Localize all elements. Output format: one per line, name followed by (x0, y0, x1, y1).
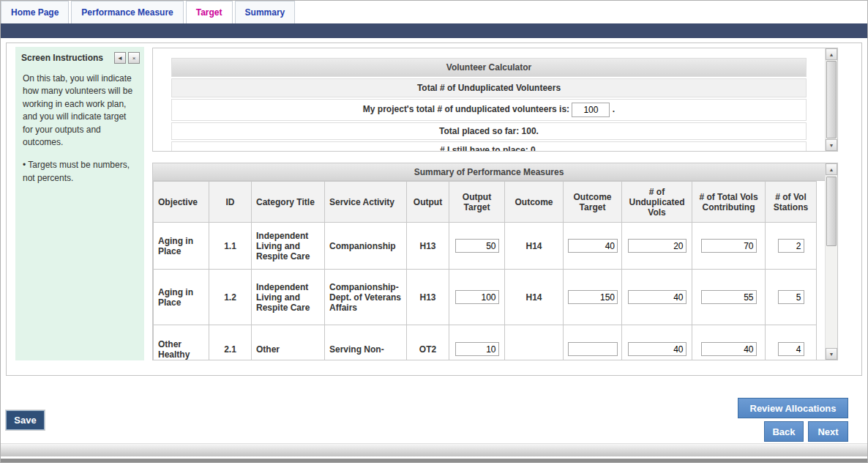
cell-unduplicated-vols (622, 325, 692, 360)
cell-total-vols (692, 325, 766, 360)
performance-measures-title: Summary of Performance Measures (153, 163, 825, 181)
col-total-vols-contributing: # of Total Vols Contributing (692, 182, 766, 223)
save-button[interactable]: Save (6, 410, 45, 430)
cell-output-target (449, 325, 505, 360)
cell-output: H13 (407, 223, 449, 270)
review-allocations-button[interactable]: Review Allocations (738, 398, 848, 418)
scroll-down-icon[interactable]: ▼ (826, 139, 837, 151)
cell-category: Independent Living and Respite Care (252, 270, 325, 325)
calculator-subtitle: Total # of Unduplicated Volunteers (171, 78, 807, 97)
col-outcome: Outcome (505, 182, 564, 223)
col-vol-stations: # of Vol Stations (766, 182, 817, 223)
nav-bar (1, 23, 867, 38)
cell-id: 1.2 (209, 270, 252, 325)
tab-home-page[interactable]: Home Page (1, 1, 69, 23)
back-button[interactable]: Back (764, 421, 804, 442)
cell-outcome-target (564, 223, 622, 270)
total-vols-input[interactable] (701, 239, 757, 253)
calculator-placed-text: Total placed so far: 100. (171, 122, 807, 140)
col-output: Output (407, 182, 449, 223)
col-category-title: Category Title (252, 182, 325, 223)
cell-unduplicated-vols (622, 223, 692, 270)
calculator-scrollbar-thumb[interactable] (826, 61, 837, 138)
output-target-input[interactable] (455, 290, 499, 304)
output-target-input[interactable] (455, 342, 499, 356)
summary-scrollbar[interactable]: ▲ ▼ (825, 163, 837, 360)
calculator-input-row: My project's total # of unduplicated vol… (171, 99, 807, 121)
tab-performance-measure[interactable]: Performance Measure (71, 1, 183, 23)
screen-instructions-note: • Targets must be numbers, not percents. (15, 155, 144, 189)
vol-stations-input[interactable] (778, 290, 804, 304)
main-frame: Screen Instructions ◄ × On this tab, you… (6, 42, 862, 376)
calculator-remaining-text: # I still have to place: 0. (171, 141, 807, 151)
calculator-title: Volunteer Calculator (171, 58, 807, 77)
col-id: ID (209, 182, 252, 223)
col-unduplicated-vols: # of Unduplicated Vols (622, 182, 692, 223)
cell-outcome-target (564, 325, 622, 360)
calculator-input-suffix: . (613, 104, 615, 114)
cell-total-vols (692, 270, 766, 325)
cell-outcome (505, 325, 564, 360)
outcome-target-input[interactable] (568, 342, 618, 356)
page: Home Page Performance Measure Target Sum… (0, 0, 868, 463)
cell-vol-stations (766, 325, 817, 360)
unduplicated-vols-input[interactable] (628, 342, 686, 356)
col-output-target: Output Target (449, 182, 505, 223)
cell-output-target (449, 223, 505, 270)
unduplicated-vols-input[interactable] (628, 290, 686, 304)
table-row: Aging in Place 1.2 Independent Living an… (154, 270, 817, 325)
output-target-input[interactable] (455, 239, 499, 253)
cell-activity: Companionship-Dept. of Veterans Affairs (325, 270, 407, 325)
cell-output-target (449, 270, 505, 325)
footer-bar (1, 443, 867, 456)
outcome-target-input[interactable] (568, 239, 618, 253)
unduplicated-vols-input[interactable] (628, 239, 686, 253)
volunteer-calculator-table: Volunteer Calculator Total # of Unduplic… (171, 58, 807, 151)
cell-objective: Aging in Place (154, 223, 209, 270)
cell-total-vols (692, 223, 766, 270)
col-service-activity: Service Activity (325, 182, 407, 223)
tab-bar: Home Page Performance Measure Target Sum… (1, 1, 867, 23)
cell-vol-stations (766, 223, 817, 270)
cell-output: H13 (407, 270, 449, 325)
next-button[interactable]: Next (808, 421, 848, 442)
unduplicated-volunteers-input[interactable] (572, 103, 610, 117)
col-objective: Objective (154, 182, 209, 223)
vol-stations-input[interactable] (778, 342, 804, 356)
collapse-left-icon[interactable]: ◄ (114, 52, 126, 64)
screen-instructions-header: Screen Instructions ◄ × (15, 47, 144, 67)
vol-stations-input[interactable] (778, 239, 804, 253)
total-vols-input[interactable] (701, 342, 757, 356)
cell-objective: Other Healthy (154, 325, 209, 360)
screen-instructions-panel: Screen Instructions ◄ × On this tab, you… (15, 47, 144, 360)
cell-activity: Companionship (325, 223, 407, 270)
outcome-target-input[interactable] (568, 290, 618, 304)
performance-measures-table: Objective ID Category Title Service Acti… (153, 181, 817, 360)
cell-unduplicated-vols (622, 270, 692, 325)
scroll-up-icon[interactable]: ▲ (826, 163, 837, 175)
cell-category: Independent Living and Respite Care (252, 223, 325, 270)
cell-id: 2.1 (209, 325, 252, 360)
table-row: Other Healthy 2.1 Other Serving Non- OT2 (154, 325, 817, 360)
cell-output: OT2 (407, 325, 449, 360)
total-vols-input[interactable] (701, 290, 757, 304)
cell-category: Other (252, 325, 325, 360)
col-outcome-target: Outcome Target (564, 182, 622, 223)
close-icon[interactable]: × (128, 52, 140, 64)
tab-summary[interactable]: Summary (235, 1, 296, 23)
cell-outcome-target (564, 270, 622, 325)
performance-measures-panel: Summary of Performance Measures Objectiv… (152, 163, 838, 360)
scroll-down-icon[interactable]: ▼ (826, 348, 837, 360)
screen-instructions-text: On this tab, you will indicate how many … (15, 67, 144, 155)
summary-scrollbar-thumb[interactable] (826, 177, 837, 246)
bottom-strip (1, 459, 867, 462)
cell-outcome: H14 (505, 223, 564, 270)
cell-objective: Aging in Place (154, 270, 209, 325)
cell-id: 1.1 (209, 223, 252, 270)
calculator-scrollbar[interactable]: ▲ ▼ (825, 48, 837, 151)
volunteer-calculator-panel: Volunteer Calculator Total # of Unduplic… (152, 48, 838, 152)
volunteer-calculator-content: Volunteer Calculator Total # of Unduplic… (153, 48, 825, 151)
scroll-up-icon[interactable]: ▲ (826, 48, 837, 60)
performance-measures-content: Summary of Performance Measures Objectiv… (153, 163, 825, 360)
tab-target[interactable]: Target (186, 1, 233, 23)
